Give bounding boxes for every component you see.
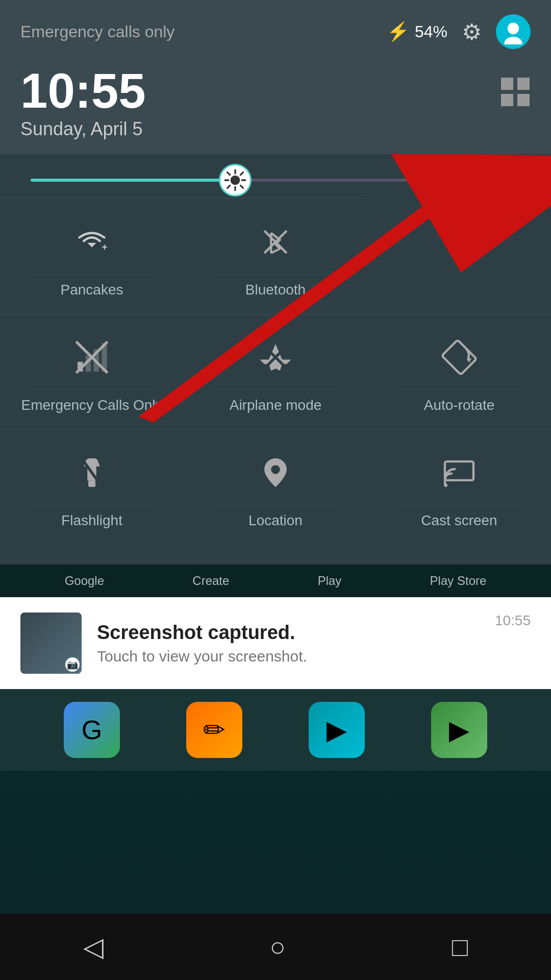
airplane-icon (253, 334, 298, 380)
playstore-app-icon[interactable]: ▶ (431, 702, 487, 758)
clock-info: 10:55 Sunday, April 5 (20, 66, 146, 140)
battery-container: ⚡ 54% (387, 21, 447, 42)
emergency-calls-label: Emergency calls only (20, 22, 174, 41)
toggle-bluetooth[interactable]: Bluetooth (184, 198, 367, 313)
status-bar: Emergency calls only ⚡ 54% ⚙ (0, 0, 551, 59)
dock-app-play: Play (318, 574, 342, 588)
emergency-icon (69, 334, 115, 380)
create-app-icon[interactable]: ✏ (186, 702, 242, 758)
svg-point-37 (444, 483, 447, 487)
svg-rect-2 (501, 78, 513, 90)
svg-point-0 (508, 23, 519, 35)
status-right-icons: ⚡ 54% ⚙ (387, 14, 531, 49)
autorotate-label: Auto-rotate (424, 397, 495, 413)
dock-app-google: Google (65, 574, 104, 588)
toggle-location[interactable]: Location (184, 429, 367, 544)
svg-rect-33 (88, 481, 95, 487)
emergency-label: Emergency Calls Only (21, 397, 163, 413)
wifi-icon: + (69, 219, 115, 265)
airplane-label: Airplane mode (230, 397, 322, 413)
flashlight-label: Flashlight (61, 512, 122, 529)
flashlight-icon (69, 450, 115, 496)
cast-icon (436, 450, 482, 496)
dock-app-create: Create (192, 574, 229, 588)
svg-marker-17 (87, 243, 96, 248)
battery-percent: 54% (415, 22, 447, 41)
notification-time: 10:55 (495, 612, 531, 629)
notification-title: Screenshot captured. (97, 622, 480, 644)
svg-text:+: + (102, 241, 107, 252)
svg-point-8 (231, 176, 240, 185)
toggle-emergency[interactable]: Emergency Calls Only (0, 313, 184, 429)
screenshot-badge-icon: 📷 (65, 657, 80, 672)
dock-app-playstore: Play Store (430, 574, 487, 588)
play-app-icon[interactable]: ▶ (309, 702, 365, 758)
svg-point-35 (271, 465, 280, 474)
svg-line-13 (228, 173, 230, 175)
settings-icon[interactable]: ⚙ (462, 19, 482, 45)
toggle-cast[interactable]: Cast screen (367, 429, 551, 544)
svg-line-15 (241, 173, 243, 175)
notification-body: Touch to view your screenshot. (97, 648, 480, 665)
notification-thumbnail: 📷 (20, 612, 82, 674)
brightness-slider-row[interactable] (0, 154, 551, 198)
quick-toggle-grid: + Pancakes Bluetoot (0, 198, 551, 565)
bluetooth-label: Bluetooth (245, 282, 306, 298)
svg-rect-4 (501, 94, 513, 106)
notification-card[interactable]: 📷 Screenshot captured. Touch to view you… (0, 597, 551, 689)
battery-icon: ⚡ (387, 21, 410, 42)
svg-rect-30 (442, 340, 477, 375)
location-label: Location (248, 512, 303, 529)
clock-section: 10:55 Sunday, April 5 (0, 59, 551, 154)
toggle-airplane[interactable]: Airplane mode (184, 313, 367, 429)
svg-point-1 (505, 37, 522, 44)
notification-text: Screenshot captured. Touch to view your … (97, 622, 480, 665)
toggle-autorotate[interactable]: Auto-rotate (367, 313, 551, 429)
location-icon (253, 450, 298, 496)
clock-time: 10:55 (20, 66, 146, 115)
svg-rect-5 (517, 94, 530, 106)
navigation-bar: ◁ ○ □ (0, 914, 551, 980)
grid-icon[interactable] (500, 77, 531, 113)
svg-line-14 (241, 185, 243, 188)
quick-settings-panel: + Pancakes Bluetoot (0, 154, 551, 565)
autorotate-icon (436, 334, 482, 380)
avatar[interactable] (496, 14, 531, 49)
app-dock-row: Google Create Play Play Store (0, 565, 551, 597)
brightness-slider-track[interactable] (31, 179, 520, 182)
toggle-wifi[interactable]: + Pancakes (0, 198, 184, 313)
google-app-icon[interactable]: G (64, 702, 120, 758)
back-button[interactable]: ◁ (83, 932, 104, 962)
brightness-icon (219, 164, 252, 197)
svg-line-16 (228, 185, 230, 188)
clock-date: Sunday, April 5 (20, 118, 146, 140)
brightness-slider-fill (31, 179, 236, 182)
cast-label: Cast screen (421, 512, 497, 529)
wifi-label: Pancakes (61, 282, 123, 298)
recents-button[interactable]: □ (452, 932, 468, 962)
app-icons-row: G ✏ ▶ ▶ (0, 689, 551, 771)
toggle-flashlight[interactable]: Flashlight (0, 429, 184, 544)
svg-rect-3 (517, 78, 530, 90)
bluetooth-icon (253, 219, 298, 265)
home-button[interactable]: ○ (270, 932, 286, 962)
